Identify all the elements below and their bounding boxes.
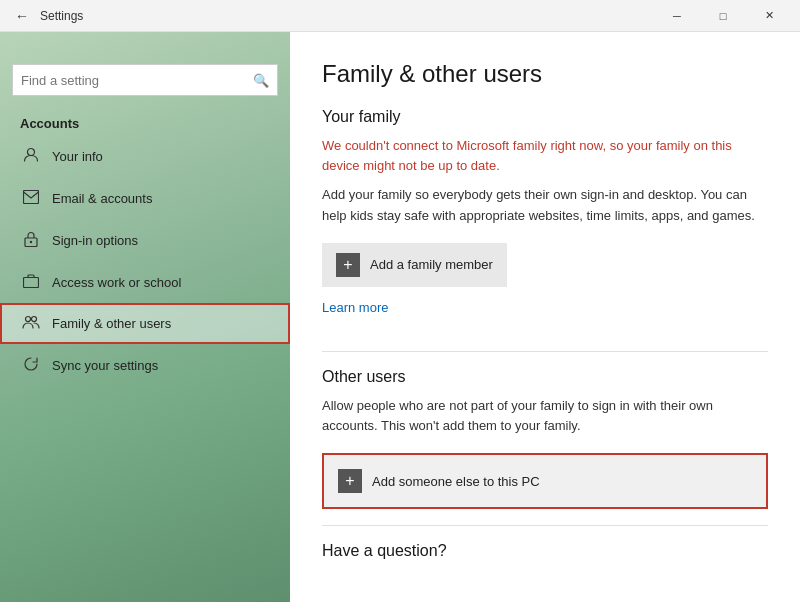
sidebar-item-label: Sign-in options	[52, 233, 138, 248]
add-family-label: Add a family member	[370, 257, 493, 272]
sidebar-item-email-accounts[interactable]: Email & accounts	[0, 178, 290, 219]
sidebar-item-label: Email & accounts	[52, 191, 152, 206]
work-icon	[22, 274, 40, 291]
sidebar-item-work-school[interactable]: Access work or school	[0, 262, 290, 303]
add-other-user-button[interactable]: + Add someone else to this PC	[322, 453, 768, 509]
other-users-desc: Allow people who are not part of your fa…	[322, 396, 768, 438]
search-input[interactable]	[21, 73, 253, 88]
signin-icon	[22, 231, 40, 250]
sidebar-header	[0, 32, 290, 60]
window-controls: ─ □ ✕	[654, 0, 792, 32]
your-info-icon	[22, 147, 40, 166]
family-icon	[22, 315, 40, 332]
svg-point-3	[30, 241, 32, 243]
your-family-title: Your family	[322, 108, 768, 126]
learn-more-link[interactable]: Learn more	[322, 300, 388, 315]
sidebar-item-label: Access work or school	[52, 275, 181, 290]
family-desc-text: Add your family so everybody gets their …	[322, 185, 768, 227]
have-question-title: Have a question?	[322, 542, 768, 560]
svg-rect-1	[24, 191, 39, 204]
sidebar-item-sync[interactable]: Sync your settings	[0, 344, 290, 387]
sidebar-section-label: Accounts	[0, 108, 290, 135]
maximize-button[interactable]: □	[700, 0, 746, 32]
svg-point-6	[32, 317, 37, 322]
add-other-icon: +	[338, 469, 362, 493]
sync-icon	[22, 356, 40, 375]
section-divider	[322, 351, 768, 352]
sidebar-item-label: Your info	[52, 149, 103, 164]
close-button[interactable]: ✕	[746, 0, 792, 32]
back-button[interactable]: ←	[8, 2, 36, 30]
search-icon: 🔍	[253, 73, 269, 88]
search-box[interactable]: 🔍	[12, 64, 278, 96]
minimize-button[interactable]: ─	[654, 0, 700, 32]
titlebar-title: Settings	[40, 9, 654, 23]
sidebar: 🔍 Accounts Your info Email & accounts	[0, 32, 290, 602]
svg-rect-4	[24, 278, 39, 288]
svg-point-0	[28, 149, 35, 156]
main-layout: 🔍 Accounts Your info Email & accounts	[0, 32, 800, 602]
sidebar-item-sign-in[interactable]: Sign-in options	[0, 219, 290, 262]
titlebar: ← Settings ─ □ ✕	[0, 0, 800, 32]
content-area: Family & other users Your family We coul…	[290, 32, 800, 602]
add-family-member-button[interactable]: + Add a family member	[322, 243, 507, 287]
add-family-icon: +	[336, 253, 360, 277]
family-error-text: We couldn't connect to Microsoft family …	[322, 136, 768, 175]
sidebar-item-family[interactable]: Family & other users	[0, 303, 290, 344]
page-title: Family & other users	[322, 60, 768, 88]
svg-point-5	[26, 317, 31, 322]
sidebar-item-your-info[interactable]: Your info	[0, 135, 290, 178]
sidebar-item-label: Family & other users	[52, 316, 171, 331]
add-other-label: Add someone else to this PC	[372, 474, 540, 489]
sidebar-item-label: Sync your settings	[52, 358, 158, 373]
other-users-title: Other users	[322, 368, 768, 386]
section-divider-2	[322, 525, 768, 526]
email-icon	[22, 190, 40, 207]
